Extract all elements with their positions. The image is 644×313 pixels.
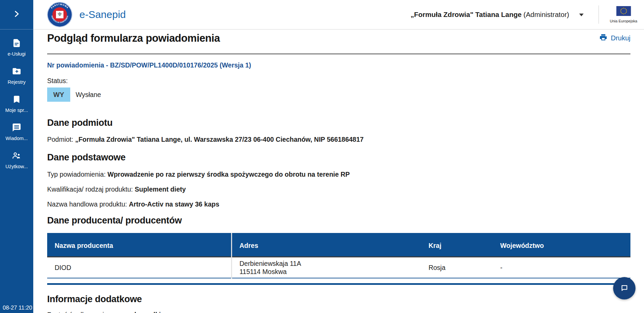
column-header-wojewodztwo: Województwo xyxy=(493,233,630,257)
eu-label: Unia Europejska xyxy=(610,19,637,23)
title-divider xyxy=(47,54,630,54)
status-row: WY Wysłane xyxy=(47,87,630,102)
chat-icon xyxy=(12,123,21,134)
status-label: Status: xyxy=(47,77,630,85)
sidebar-item-label: e-Usługi xyxy=(7,51,25,57)
status-badge: WY xyxy=(47,87,70,102)
user-name: „Formuła Zdrowia" Tatiana Lange xyxy=(411,11,522,19)
user-role: (Administrator) xyxy=(522,11,569,19)
document-icon xyxy=(12,38,21,49)
nazwa-handlowa-label: Nazwa handlowa produktu: xyxy=(47,200,129,208)
top-header: PAŃSTWOWA INSPEKCJA SANITARNA e-Sanepid … xyxy=(33,0,644,30)
notification-number: Nr powiadomienia - BZ/SD/POW/PL1400D/010… xyxy=(47,61,630,69)
folder-plus-icon xyxy=(12,66,21,77)
sidebar-nav: e-Usługi Rejestry Moje spr... Wiadom... … xyxy=(0,30,33,179)
adres-line-2: 115114 Moskwa xyxy=(240,268,414,276)
partial-clipped-line: Postać środka spożywczego: kapsułki xyxy=(47,311,630,313)
eu-flag-icon xyxy=(616,6,631,17)
nazwa-handlowa-value: Artro-Activ na stawy 36 kaps xyxy=(129,200,220,208)
sidebar-expand-button[interactable] xyxy=(0,0,33,30)
session-timestamp: 08-27 11:20 xyxy=(0,305,33,313)
typ-powiadomienia-line: Typ powiadomienia: Wprowadzenie po raz p… xyxy=(47,170,630,178)
sidebar: e-Usługi Rejestry Moje spr... Wiadom... … xyxy=(0,0,33,313)
section-heading-dane-podmiotu: Dane podmiotu xyxy=(47,117,630,128)
print-button-label: Drukuj xyxy=(611,34,630,42)
section-heading-producenci: Dane producenta/ producentów xyxy=(47,215,630,226)
typ-value: Wprowadzenie po raz pierwszy środka spoż… xyxy=(108,171,350,178)
eu-banner: Unia Europejska xyxy=(610,6,637,23)
kwalifikacja-value: Suplement diety xyxy=(135,185,186,193)
app-name: e-Sanepid xyxy=(79,9,126,20)
panstwowa-inspekcja-sanitarna-logo-icon: PAŃSTWOWA INSPEKCJA SANITARNA xyxy=(47,2,73,27)
producers-table-header-row: Nazwa producenta Adres Kraj Województwo xyxy=(47,233,630,257)
section-heading-dane-podstawowe: Dane podstawowe xyxy=(47,152,630,163)
chevron-right-icon xyxy=(13,10,20,19)
nazwa-handlowa-line: Nazwa handlowa produktu: Artro-Activ na … xyxy=(47,200,630,208)
header-divider xyxy=(599,5,599,24)
sidebar-item-e-uslugi[interactable]: e-Usługi xyxy=(0,38,33,62)
podmiot-line: Podmiot: „Formuła Zdrowia" Tatiana Lange… xyxy=(47,135,630,143)
status-text: Wysłane xyxy=(76,91,101,99)
kwalifikacja-label: Kwalifikacja/ rodzaj produktu: xyxy=(47,185,135,193)
chevron-down-icon xyxy=(579,12,584,18)
adres-line-1: Derbieniewskaja 11A xyxy=(240,259,414,268)
page-title: Podgląd formularza powiadomienia xyxy=(47,32,220,45)
podmiot-value: „Formuła Zdrowia" Tatiana Lange, ul. War… xyxy=(75,136,363,143)
sidebar-item-label: Moje spr... xyxy=(5,107,28,113)
column-header-nazwa-producenta: Nazwa producenta xyxy=(47,233,231,257)
chat-fab-button[interactable] xyxy=(613,277,636,299)
producers-table: Nazwa producenta Adres Kraj Województwo … xyxy=(47,233,630,278)
sidebar-item-label: Użytkow... xyxy=(5,164,28,169)
podmiot-label: Podmiot: xyxy=(47,136,75,143)
column-header-adres: Adres xyxy=(231,233,421,257)
sidebar-item-label: Wiadom... xyxy=(5,136,27,141)
user-menu[interactable]: „Formuła Zdrowia" Tatiana Lange (Adminis… xyxy=(411,11,584,19)
section-divider xyxy=(47,283,630,285)
sidebar-item-uzytkownicy[interactable]: Użytkow... xyxy=(0,151,33,175)
cell-nazwa-producenta: DIOD xyxy=(47,257,231,278)
cell-adres: Derbieniewskaja 11A 115114 Moskwa xyxy=(231,257,421,278)
kwalifikacja-line: Kwalifikacja/ rodzaj produktu: Suplement… xyxy=(47,185,630,193)
main-content: Podgląd formularza powiadomienia Drukuj … xyxy=(33,30,644,313)
column-header-kraj: Kraj xyxy=(421,233,493,257)
typ-label: Typ powiadomienia: xyxy=(47,171,108,178)
sidebar-item-rejestry[interactable]: Rejestry xyxy=(0,66,33,90)
printer-icon xyxy=(599,33,607,43)
cell-wojewodztwo: - xyxy=(493,257,630,278)
section-heading-informacje-dodatkowe: Informacje dodatkowe xyxy=(47,294,630,305)
partial-value: kapsułki xyxy=(134,311,161,313)
chat-bubble-icon xyxy=(619,283,629,294)
partial-label: Postać środka spożywczego: xyxy=(47,311,134,313)
cell-kraj: Rosja xyxy=(421,257,493,278)
table-row: DIOD Derbieniewskaja 11A 115114 Moskwa R… xyxy=(47,257,630,278)
users-icon xyxy=(12,151,21,162)
bookmark-icon xyxy=(12,95,21,105)
sidebar-item-label: Rejestry xyxy=(7,79,25,85)
sidebar-item-wiadomosci[interactable]: Wiadom... xyxy=(0,123,33,146)
sidebar-item-moje-sprawy[interactable]: Moje spr... xyxy=(0,95,33,118)
print-button[interactable]: Drukuj xyxy=(599,33,630,43)
